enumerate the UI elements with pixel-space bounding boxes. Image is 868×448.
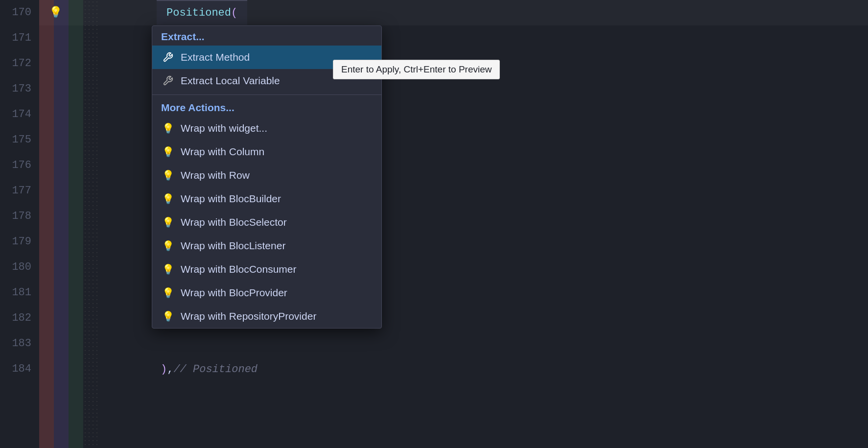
line-num-173: 173 bbox=[0, 76, 39, 102]
code-line-184: ), // Positioned bbox=[157, 356, 258, 382]
indent-stripe-4 bbox=[83, 0, 98, 448]
line-num-170: 170 bbox=[0, 0, 39, 25]
menu-item-wrap-repository-provider[interactable]: 💡 Wrap with RepositoryProvider bbox=[152, 305, 381, 328]
line-num-175: 175 bbox=[0, 127, 39, 153]
menu-item-wrap-bloc-provider[interactable]: 💡 Wrap with BlocProvider bbox=[152, 281, 381, 305]
bulb-icon-wrap-bloc-builder: 💡 bbox=[161, 192, 175, 206]
menu-item-wrap-bloc-consumer[interactable]: 💡 Wrap with BlocConsumer bbox=[152, 258, 381, 281]
wrap-row-label: Wrap with Row bbox=[181, 169, 250, 181]
indent-stripe-1 bbox=[39, 0, 54, 448]
line-num-180: 180 bbox=[0, 255, 39, 280]
line-num-183: 183 bbox=[0, 331, 39, 356]
wrap-bloc-selector-label: Wrap with BlocSelector bbox=[181, 216, 287, 228]
wrap-bloc-listener-label: Wrap with BlocListener bbox=[181, 240, 285, 252]
lightbulb-icon[interactable]: 💡 bbox=[49, 6, 62, 19]
extract-section-header: Extract... bbox=[152, 26, 381, 46]
line-num-179: 179 bbox=[0, 229, 39, 255]
bulb-icon-wrap-bloc-listener: 💡 bbox=[161, 239, 175, 253]
line-num-177: 177 bbox=[0, 178, 39, 204]
wrap-bloc-provider-label: Wrap with BlocProvider bbox=[181, 287, 287, 299]
bulb-icon-wrap-bloc-consumer: 💡 bbox=[161, 262, 175, 276]
more-actions-header: More Actions... bbox=[152, 97, 381, 117]
menu-item-wrap-bloc-builder[interactable]: 💡 Wrap with BlocBuilder bbox=[152, 187, 381, 211]
line-num-174: 174 bbox=[0, 102, 39, 127]
line-num-184: 184 bbox=[0, 356, 39, 382]
line-num-182: 182 bbox=[0, 306, 39, 331]
wrap-column-label: Wrap with Column bbox=[181, 146, 264, 158]
bulb-icon-wrap-bloc-provider: 💡 bbox=[161, 286, 175, 300]
line-num-181: 181 bbox=[0, 280, 39, 306]
extract-local-variable-label: Extract Local Variable bbox=[181, 75, 280, 87]
indent-guides bbox=[39, 0, 157, 448]
extract-method-icon bbox=[161, 50, 175, 64]
indent-stripe-7 bbox=[127, 0, 142, 448]
bulb-icon-wrap-bloc-selector: 💡 bbox=[161, 215, 175, 229]
menu-item-wrap-bloc-listener[interactable]: 💡 Wrap with BlocListener bbox=[152, 234, 381, 258]
line-num-171: 171 bbox=[0, 25, 39, 51]
menu-divider-1 bbox=[152, 94, 381, 95]
menu-item-wrap-column[interactable]: 💡 Wrap with Column bbox=[152, 140, 381, 164]
indent-stripe-2 bbox=[54, 0, 69, 448]
indent-stripe-3 bbox=[69, 0, 83, 448]
indent-stripe-6 bbox=[113, 0, 127, 448]
bulb-icon-wrap-row: 💡 bbox=[161, 168, 175, 182]
line-num-178: 178 bbox=[0, 204, 39, 229]
extract-method-label: Extract Method bbox=[181, 51, 250, 63]
wrap-bloc-consumer-label: Wrap with BlocConsumer bbox=[181, 263, 297, 275]
line-num-176: 176 bbox=[0, 153, 39, 178]
extract-local-variable-icon bbox=[161, 74, 175, 88]
menu-item-wrap-row[interactable]: 💡 Wrap with Row bbox=[152, 164, 381, 187]
menu-item-wrap-bloc-selector[interactable]: 💡 Wrap with BlocSelector bbox=[152, 211, 381, 234]
tooltip: Enter to Apply, Ctrl+Enter to Preview bbox=[333, 60, 500, 79]
line-num-172: 172 bbox=[0, 51, 39, 76]
menu-item-wrap-widget[interactable]: 💡 Wrap with widget... bbox=[152, 117, 381, 140]
wrap-bloc-builder-label: Wrap with BlocBuilder bbox=[181, 193, 281, 205]
wrap-repository-provider-label: Wrap with RepositoryProvider bbox=[181, 310, 316, 322]
bulb-icon-wrap-repository-provider: 💡 bbox=[161, 309, 175, 323]
indent-stripe-5 bbox=[98, 0, 113, 448]
wrap-widget-label: Wrap with widget... bbox=[181, 122, 267, 134]
line-number-gutter: 170 171 172 173 174 175 176 177 178 179 … bbox=[0, 0, 39, 448]
bulb-icon-wrap-column: 💡 bbox=[161, 145, 175, 159]
bulb-icon-wrap-widget: 💡 bbox=[161, 121, 175, 135]
